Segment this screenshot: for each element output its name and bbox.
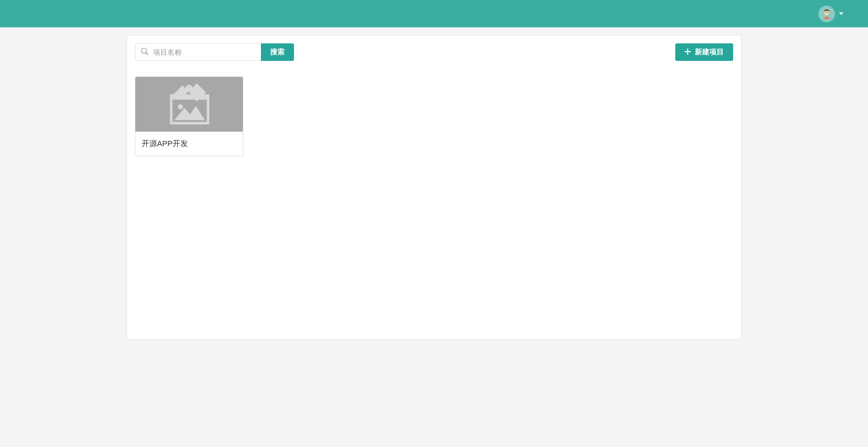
search-button[interactable]: 搜索	[261, 43, 294, 61]
new-project-button[interactable]: 新建项目	[675, 43, 733, 61]
top-header	[0, 0, 868, 27]
project-card[interactable]: 开源APP开发	[135, 76, 243, 156]
caret-down-icon	[839, 12, 843, 15]
svg-rect-5	[685, 51, 691, 52]
search-group: 搜索	[135, 43, 294, 61]
project-thumbnail	[135, 77, 243, 132]
user-menu[interactable]	[818, 6, 843, 22]
svg-point-3	[827, 12, 828, 13]
project-title: 开源APP开发	[135, 132, 243, 156]
image-placeholder-icon	[135, 77, 243, 132]
search-wrapper	[135, 43, 261, 61]
main-panel: 搜索 新建项目	[127, 35, 741, 340]
avatar	[818, 6, 835, 22]
user-avatar-icon	[819, 6, 834, 22]
svg-point-2	[825, 12, 826, 13]
search-input[interactable]	[135, 43, 261, 61]
plus-icon	[685, 49, 691, 56]
svg-point-10	[178, 104, 183, 109]
project-grid: 开源APP开发	[135, 76, 733, 156]
toolbar: 搜索 新建项目	[135, 43, 733, 61]
new-project-label: 新建项目	[695, 47, 724, 57]
